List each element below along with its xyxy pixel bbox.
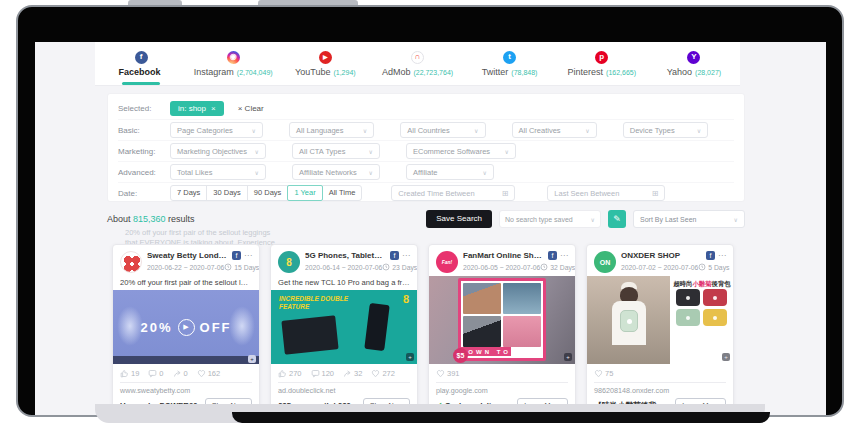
ad-domain[interactable]: 986208148.onxder.com <box>587 384 733 396</box>
select-affiliate[interactable]: Affiliate∨ <box>406 164 494 180</box>
comments-stat: 120 <box>311 369 335 378</box>
download-creative-icon[interactable]: + <box>564 353 572 361</box>
advertiser-avatar <box>120 251 142 273</box>
tab-label: YouTube <box>295 67 330 77</box>
active-tab-underline <box>122 82 160 85</box>
more-options-icon[interactable]: ⋯ <box>244 254 252 258</box>
backpack-shape <box>620 310 638 332</box>
date-label: Date: <box>118 189 170 198</box>
engagement-stats: 391 <box>429 364 575 381</box>
ad-domain[interactable]: ad.doubleclick.net <box>271 384 417 396</box>
tab-youtube[interactable]: ▶ YouTube(1,294) <box>279 42 371 85</box>
chip-remove-icon[interactable]: × <box>211 104 216 113</box>
chevron-down-icon: ∨ <box>252 127 256 134</box>
tab-facebook[interactable]: f Facebook <box>95 42 187 85</box>
download-creative-icon[interactable]: + <box>406 353 414 361</box>
more-options-icon[interactable]: ⋯ <box>402 254 410 258</box>
price-badge: $5 <box>453 348 468 363</box>
ad-creative-image[interactable]: INCREDIBLE DOUBLE FEATURE 8 + <box>271 290 417 364</box>
select-value: Affiliate Networks <box>299 168 357 177</box>
ad-card-fanmart[interactable]: Fan! FanMart Online Shopping - F… f ⋯ 20… <box>428 244 576 415</box>
advertiser-name[interactable]: Sweaty Betty London | Wom… <box>147 251 228 260</box>
date-all-time-button[interactable]: All Time <box>322 185 363 201</box>
chevron-down-icon: ∨ <box>505 148 509 155</box>
share-count: 32 <box>354 369 362 378</box>
select-all-languages[interactable]: All Languages∨ <box>289 122 374 138</box>
select-affiliate-networks[interactable]: Affiliate Networks∨ <box>292 164 380 180</box>
ad-creative-image[interactable]: DOWN TO $5 + <box>429 276 575 364</box>
marketing-filter-row: Marketing: Marketing Objectives∨ All CTA… <box>118 140 734 161</box>
advertiser-name[interactable]: 5G Phones, Tablets & SIMs | … <box>305 251 386 260</box>
advanced-filter-row: Advanced: Total Likes∨ Affiliate Network… <box>118 161 734 182</box>
calendar-icon: ⊞ <box>502 189 509 198</box>
tab-yahoo[interactable]: Y Yahoo(28,027) <box>648 42 740 85</box>
creative-highlight <box>229 306 255 346</box>
chevron-down-icon: ∨ <box>255 148 259 155</box>
tab-instagram[interactable]: ◉ Instagram(2,704,049) <box>187 42 279 85</box>
date-1-year-button[interactable]: 1 Year <box>287 185 322 201</box>
select-total-likes[interactable]: Total Likes∨ <box>170 164 266 180</box>
filter-panel: Selected: in: shop × × Clear Basic: Page… <box>107 93 745 202</box>
select-device-types[interactable]: Device Types∨ <box>623 122 708 138</box>
download-creative-icon[interactable]: + <box>722 353 730 361</box>
tab-pinterest[interactable]: p Pinterest(162,665) <box>556 42 648 85</box>
select-all-countries[interactable]: All Countries∨ <box>400 122 485 138</box>
advertiser-avatar: ON <box>594 251 616 273</box>
more-options-icon[interactable]: ⋯ <box>560 254 568 258</box>
select-all-cta-types[interactable]: All CTA Types∨ <box>292 143 380 159</box>
ad-duration: 15 Days <box>224 263 259 271</box>
card-header: Sweaty Betty London | Wom… f ⋯ 2020-06-2… <box>113 245 259 276</box>
select-ecommerce-softwares[interactable]: ECommerce Softwares∨ <box>406 143 516 159</box>
toolbar-right-controls: Save Search No search type saved∨ ✎ Sort… <box>426 210 745 228</box>
ad-creative-image[interactable]: 超時尚小雛菊後背包 + <box>587 276 733 364</box>
tab-count: (2,704,049) <box>237 69 273 76</box>
created-time-between-input[interactable]: Created Time Between⊞ <box>391 185 515 201</box>
ad-creative-image[interactable]: 20% ▶ OFF + <box>113 290 259 364</box>
clear-filters-button[interactable]: × Clear <box>238 104 264 113</box>
tab-admob[interactable]: ∩ AdMob(22,723,764) <box>371 42 463 85</box>
pencil-icon: ✎ <box>613 214 621 224</box>
ad-domain[interactable]: play.google.com <box>429 384 575 396</box>
edit-saved-search-button[interactable]: ✎ <box>608 210 626 228</box>
date-7-days-button[interactable]: 7 Days <box>170 185 207 201</box>
card-header: ON ONXDER SHOP f ⋯ 2020-07-02 ~ 2020-07-… <box>587 245 733 276</box>
advertiser-name[interactable]: FanMart Online Shopping - F… <box>463 251 544 260</box>
tab-twitter[interactable]: t Twitter(78,848) <box>464 42 556 85</box>
select-value: No search type saved <box>505 216 573 223</box>
chevron-down-icon: ∨ <box>697 127 701 134</box>
ad-card-sweaty-betty[interactable]: Sweaty Betty London | Wom… f ⋯ 2020-06-2… <box>112 244 260 415</box>
heart-icon <box>436 369 445 378</box>
date-90-days-button[interactable]: 90 Days <box>247 185 289 201</box>
sort-by-select[interactable]: Sort By Last Seen∨ <box>633 210 745 228</box>
ad-card-onxder[interactable]: ON ONXDER SHOP f ⋯ 2020-07-02 ~ 2020-07-… <box>586 244 734 415</box>
chevron-down-icon: ∨ <box>474 127 478 134</box>
hearts-stat: 162 <box>197 369 221 378</box>
more-options-icon[interactable]: ⋯ <box>718 254 726 258</box>
clock-icon <box>224 263 232 271</box>
basic-label: Basic: <box>118 126 170 135</box>
ad-card-ee-5g[interactable]: 8 5G Phones, Tablets & SIMs | … f ⋯ 2020… <box>270 244 418 415</box>
select-marketing-objectives[interactable]: Marketing Objectives∨ <box>170 143 266 159</box>
product-photo-slipper <box>503 283 541 314</box>
advertiser-name[interactable]: ONXDER SHOP <box>621 251 702 260</box>
saved-search-select[interactable]: No search type saved∨ <box>499 210 601 228</box>
heart-count: 272 <box>382 369 395 378</box>
select-all-creatives[interactable]: All Creatives∨ <box>512 122 597 138</box>
product-photo-heels <box>503 316 541 347</box>
chevron-down-icon: ∨ <box>369 148 373 155</box>
date-30-days-button[interactable]: 30 Days <box>206 185 248 201</box>
selected-filter-row: Selected: in: shop × × Clear <box>118 98 734 119</box>
creative-down-to-text: DOWN TO <box>461 347 511 356</box>
play-icon[interactable]: ▶ <box>178 319 195 336</box>
comment-icon <box>148 369 157 378</box>
selected-chip-in-shop[interactable]: in: shop × <box>170 101 224 116</box>
divider <box>594 382 726 383</box>
chevron-down-icon: ∨ <box>483 169 487 176</box>
backpack-green <box>676 309 700 326</box>
select-page-categories[interactable]: Page Categories∨ <box>170 122 263 138</box>
last-seen-between-input[interactable]: Last Seen Between⊞ <box>547 185 665 201</box>
ad-domain[interactable]: www.sweatybetty.com <box>113 384 259 396</box>
download-creative-icon[interactable]: + <box>248 355 256 363</box>
select-value: ECommerce Softwares <box>413 147 490 156</box>
save-search-button[interactable]: Save Search <box>426 210 492 228</box>
